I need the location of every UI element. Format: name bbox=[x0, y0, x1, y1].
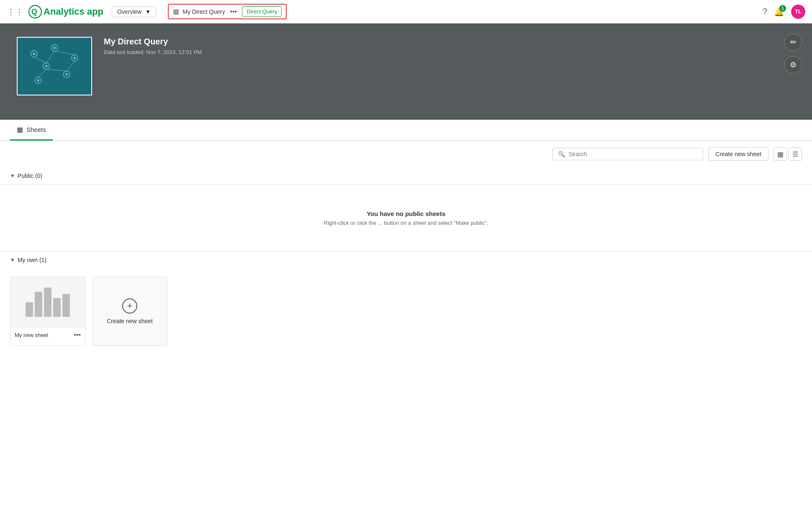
bar-chart bbox=[21, 288, 74, 317]
app-name: My Direct Query bbox=[104, 37, 202, 46]
app-info: My Direct Query Data last loaded: Nov 7,… bbox=[104, 37, 202, 55]
top-nav: ⋮⋮ Q Analytics app Overview ▼ ▦ My Direc… bbox=[0, 0, 812, 23]
sheet-icon: ▦ bbox=[173, 8, 179, 15]
myown-chevron-icon: ▼ bbox=[10, 257, 15, 263]
app-banner: My Direct Query Data last loaded: Nov 7,… bbox=[0, 23, 812, 120]
myown-section-header[interactable]: ▼ My own (1) bbox=[0, 252, 812, 268]
grid-view-button[interactable]: ▦ bbox=[773, 147, 787, 161]
svg-text:Q: Q bbox=[31, 8, 37, 16]
sheet-card[interactable]: My new sheet ••• bbox=[10, 277, 85, 346]
active-item-title: My Direct Query bbox=[182, 8, 225, 15]
myown-section-label: My own (1) bbox=[18, 257, 46, 263]
svg-point-16 bbox=[53, 46, 56, 49]
notification-icon[interactable]: 🔔 1 bbox=[774, 7, 784, 17]
svg-point-18 bbox=[45, 65, 48, 67]
sheets-grid: My new sheet ••• + Create new sheet bbox=[0, 268, 812, 354]
chevron-down-icon: ▼ bbox=[145, 8, 151, 15]
notification-badge: 1 bbox=[779, 5, 786, 12]
qlik-logo-svg: Q bbox=[28, 5, 42, 18]
search-input[interactable] bbox=[568, 151, 698, 157]
sheets-section: ▦ Sheets 🔍 Create new sheet ▦ ☰ ▼ Public… bbox=[0, 120, 812, 354]
svg-point-17 bbox=[74, 57, 76, 59]
tab-sheets-label: Sheets bbox=[26, 126, 46, 133]
list-view-button[interactable]: ☰ bbox=[789, 147, 802, 161]
view-toggle: ▦ ☰ bbox=[773, 147, 802, 161]
bar-1 bbox=[26, 302, 33, 317]
empty-title: You have no public sheets bbox=[367, 210, 445, 217]
sheets-tabs: ▦ Sheets bbox=[0, 120, 812, 141]
more-options-icon[interactable]: ••• bbox=[228, 8, 239, 15]
overview-label: Overview bbox=[117, 8, 141, 15]
tab-sheets[interactable]: ▦ Sheets bbox=[10, 120, 53, 141]
public-section-label: Public (0) bbox=[18, 172, 42, 179]
create-card-label: Create new sheet bbox=[107, 318, 153, 324]
svg-rect-2 bbox=[18, 38, 91, 95]
search-icon: 🔍 bbox=[558, 151, 565, 157]
create-sheet-button[interactable]: Create new sheet bbox=[708, 147, 768, 161]
active-item-container: ▦ My Direct Query ••• Direct Query bbox=[168, 4, 287, 19]
sheet-card-more-icon[interactable]: ••• bbox=[74, 331, 81, 339]
nav-right: ? 🔔 1 TL bbox=[763, 5, 805, 19]
bar-4 bbox=[53, 298, 61, 317]
create-new-sheet-card[interactable]: + Create new sheet bbox=[92, 277, 167, 346]
banner-actions: ✏ ⚙ bbox=[784, 33, 802, 74]
edit-button[interactable]: ✏ bbox=[784, 33, 802, 51]
bar-5 bbox=[62, 294, 70, 317]
svg-point-15 bbox=[33, 53, 36, 55]
direct-query-button[interactable]: Direct Query bbox=[242, 6, 282, 17]
user-avatar[interactable]: TL bbox=[791, 5, 805, 19]
grid-icon[interactable]: ⋮⋮ bbox=[7, 7, 23, 17]
svg-point-20 bbox=[37, 79, 39, 82]
qlik-logo[interactable]: Q Analytics app bbox=[28, 5, 103, 18]
sheet-card-footer: My new sheet ••• bbox=[10, 327, 85, 342]
bar-3 bbox=[44, 288, 51, 317]
public-section-header[interactable]: ▼ Public (0) bbox=[0, 167, 812, 185]
bar-2 bbox=[35, 292, 42, 317]
public-chevron-icon: ▼ bbox=[10, 173, 15, 179]
app-thumbnail bbox=[17, 37, 92, 95]
settings-button[interactable]: ⚙ bbox=[784, 56, 802, 74]
sheets-tab-icon: ▦ bbox=[17, 126, 23, 134]
svg-point-19 bbox=[65, 73, 68, 76]
plus-icon: + bbox=[122, 298, 137, 314]
app-title: Analytics app bbox=[44, 6, 103, 17]
sheets-toolbar: 🔍 Create new sheet ▦ ☰ bbox=[0, 141, 812, 167]
public-empty-section: You have no public sheets Right-click or… bbox=[0, 185, 812, 252]
app-date: Data last loaded: Nov 7, 2023, 12:51 PM bbox=[104, 49, 202, 55]
sheet-card-name: My new sheet bbox=[15, 332, 48, 338]
search-box: 🔍 bbox=[552, 148, 703, 160]
help-icon[interactable]: ? bbox=[763, 7, 767, 16]
overview-dropdown[interactable]: Overview ▼ bbox=[112, 6, 156, 17]
empty-desc: Right-click or click the ... button on a… bbox=[324, 220, 488, 226]
sheet-card-preview bbox=[10, 277, 85, 327]
